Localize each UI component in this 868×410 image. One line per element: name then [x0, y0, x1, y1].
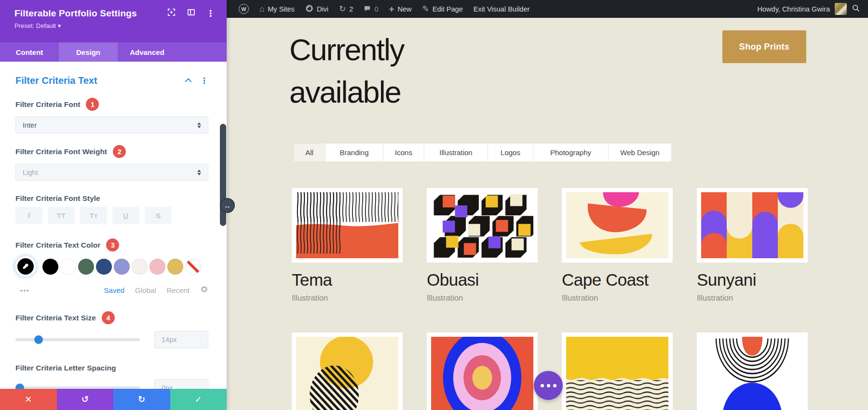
portfolio-thumbnail[interactable] — [697, 188, 808, 263]
comments-menu[interactable]: 0 — [358, 0, 383, 18]
underline-button[interactable]: U — [112, 207, 139, 224]
slider-thumb[interactable] — [34, 335, 43, 344]
tab-design[interactable]: Design — [59, 42, 118, 62]
portfolio-thumbnail[interactable] — [292, 188, 403, 263]
filter-illustration[interactable]: Illustration — [424, 144, 488, 161]
font-weight-select[interactable]: Light — [15, 164, 208, 181]
preset-selector[interactable]: Preset: Default ▾ — [14, 22, 215, 29]
artwork-sun-stripes — [296, 337, 398, 410]
filter-icons[interactable]: Icons — [383, 144, 424, 161]
color-swatch[interactable] — [114, 259, 130, 275]
font-style-options: I TT Tᴛ U S — [15, 207, 208, 224]
divi-icon — [305, 4, 313, 14]
eyedropper-button[interactable] — [15, 256, 36, 277]
tab-content[interactable]: Content — [0, 42, 59, 62]
text-size-input[interactable] — [154, 331, 208, 348]
panel-actions: ✕ ↺ ↻ ✓ — [0, 389, 227, 410]
expand-settings-icon[interactable] — [167, 8, 176, 19]
text-size-slider[interactable] — [15, 335, 140, 344]
filter-web-design[interactable]: Web Design — [609, 144, 671, 161]
screen: W ⌂ My Sites Divi ↻ 2 0 — [0, 0, 868, 410]
page-options-button[interactable] — [534, 371, 563, 400]
save-button[interactable]: ✓ — [170, 389, 227, 410]
portfolio-thumbnail[interactable] — [427, 332, 538, 410]
section-title[interactable]: Filter Criteria Text — [15, 75, 97, 86]
shop-prints-button[interactable]: Shop Prints — [722, 30, 806, 63]
color-swatch[interactable] — [149, 259, 165, 275]
my-sites-label: My Sites — [268, 5, 295, 13]
my-sites-menu[interactable]: ⌂ My Sites — [254, 0, 300, 18]
discard-button[interactable]: ✕ — [0, 389, 57, 410]
panel-body: Filter Criteria Text ⋮ Filter Criteria F… — [0, 62, 227, 397]
panel-header: Filterable Portfolio Settings ⋮ Preset: … — [0, 0, 227, 42]
text-color-label: Filter Criteria Text Color — [15, 241, 100, 250]
portfolio-thumbnail[interactable] — [697, 332, 808, 410]
panel-resize-handle[interactable]: ↔ — [220, 198, 235, 213]
artwork-arches — [701, 337, 803, 410]
portfolio-title[interactable]: Obuasi — [427, 270, 538, 290]
italic-button[interactable]: I — [15, 207, 42, 224]
color-swatch[interactable] — [132, 259, 148, 275]
color-swatch[interactable] — [167, 259, 183, 275]
portfolio-thumbnail[interactable] — [427, 188, 538, 263]
section-menu-icon[interactable]: ⋮ — [200, 76, 208, 86]
artwork-obuasi — [431, 192, 533, 258]
divi-menu[interactable]: Divi — [300, 0, 334, 18]
exit-visual-builder-label: Exit Visual Builder — [474, 5, 530, 13]
wp-logo-menu[interactable]: W — [233, 0, 254, 18]
portfolio-category: Illustration — [292, 293, 403, 303]
updates-menu[interactable]: ↻ 2 — [334, 0, 358, 18]
portfolio-title[interactable]: Cape Coast — [562, 270, 673, 290]
color-settings-gear-icon[interactable] — [200, 285, 208, 295]
global-colors-link[interactable]: Global — [135, 286, 156, 294]
filter-logos[interactable]: Logos — [488, 144, 533, 161]
comments-icon — [364, 5, 371, 13]
tab-advanced[interactable]: Advanced — [118, 42, 176, 62]
filter-all[interactable]: All — [294, 144, 326, 161]
small-caps-button[interactable]: Tᴛ — [80, 207, 107, 224]
redo-button[interactable]: ↻ — [113, 389, 170, 410]
filter-photography[interactable]: Photography — [533, 144, 609, 161]
font-select[interactable]: Inter — [15, 117, 208, 133]
color-palette — [15, 256, 208, 277]
panel-menu-icon[interactable]: ⋮ — [206, 8, 215, 19]
portfolio-item-sunyani: Sunyani Illustration — [697, 188, 808, 303]
color-swatch[interactable] — [96, 259, 112, 275]
more-swatches-icon[interactable]: ••• — [20, 287, 30, 294]
saved-colors-link[interactable]: Saved — [104, 286, 125, 294]
portfolio-thumbnail[interactable] — [562, 188, 673, 263]
strikethrough-button[interactable]: S — [145, 207, 172, 224]
user-avatar[interactable] — [835, 3, 847, 15]
updates-count: 2 — [349, 5, 353, 13]
updates-icon: ↻ — [339, 5, 346, 13]
collapse-section-icon[interactable] — [185, 78, 192, 85]
howdy-label[interactable]: Howdy, Christina Gwira — [758, 5, 830, 13]
recent-colors-link[interactable]: Recent — [166, 286, 190, 294]
portfolio-thumbnail[interactable] — [562, 332, 673, 410]
step-badge-2: 2 — [113, 145, 126, 158]
panel-title: Filterable Portfolio Settings — [14, 8, 137, 19]
color-swatch[interactable] — [78, 259, 94, 275]
search-icon[interactable] — [852, 4, 860, 14]
artwork-waves — [566, 337, 668, 410]
admin-bar-left: W ⌂ My Sites Divi ↻ 2 0 — [227, 0, 535, 18]
edit-page-menu[interactable]: ✎ Edit Page — [417, 0, 468, 18]
color-swatch[interactable] — [42, 259, 58, 275]
exit-visual-builder[interactable]: Exit Visual Builder — [468, 0, 535, 18]
filter-branding[interactable]: Branding — [326, 144, 383, 161]
portfolio-title[interactable]: Tema — [292, 270, 403, 290]
no-color-swatch[interactable] — [185, 259, 201, 275]
new-label: New — [398, 5, 412, 13]
uppercase-button[interactable]: TT — [48, 207, 75, 224]
undo-button[interactable]: ↺ — [57, 389, 114, 410]
new-content-menu[interactable]: + New — [383, 0, 417, 18]
color-swatch[interactable] — [60, 259, 76, 275]
portfolio-thumbnail[interactable] — [292, 332, 403, 410]
comments-count: 0 — [374, 5, 378, 13]
dot — [541, 384, 544, 387]
font-label: Filter Criteria Font — [15, 100, 80, 109]
letter-spacing-label: Filter Criteria Letter Spacing — [15, 364, 116, 372]
portfolio-title[interactable]: Sunyani — [697, 270, 808, 290]
step-badge-1: 1 — [86, 98, 99, 111]
panel-layout-icon[interactable] — [187, 8, 196, 19]
